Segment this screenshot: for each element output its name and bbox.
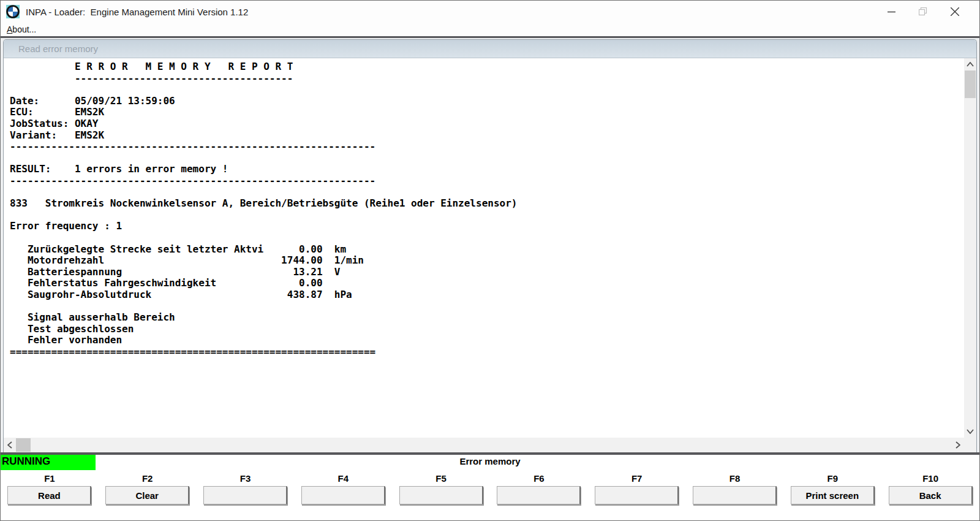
menu-about[interactable]: About...	[7, 25, 36, 34]
vertical-scrollbar-thumb[interactable]	[965, 70, 976, 98]
fkey-label-f5: F5	[392, 470, 490, 486]
f3-button[interactable]	[203, 486, 287, 504]
child-window: Read error memory E R R O R M E M O R Y …	[3, 39, 977, 452]
scroll-down-button[interactable]	[964, 425, 976, 438]
menu-about-rest: bout...	[12, 25, 36, 34]
app-window: INPA - Loader: Engine Management Mini Ve…	[0, 0, 980, 521]
horizontal-scrollbar-thumb[interactable]	[16, 438, 31, 452]
vertical-scrollbar[interactable]	[964, 58, 976, 438]
fkey-label-f8: F8	[686, 470, 784, 486]
scroll-right-button[interactable]	[952, 438, 964, 452]
fkey-label-f2: F2	[99, 470, 197, 486]
restore-icon	[919, 7, 927, 16]
f4-button[interactable]	[301, 486, 385, 504]
chevron-left-icon	[7, 441, 12, 449]
close-icon	[951, 7, 959, 16]
fkey-label-f1: F1	[1, 470, 99, 486]
read-button[interactable]: Read	[7, 486, 91, 504]
f6-button[interactable]	[497, 486, 581, 504]
mdi-client-area: Read error memory E R R O R M E M O R Y …	[1, 38, 979, 452]
f5-button[interactable]	[399, 486, 483, 504]
fkey-button-row: Read Clear Print screen Back	[1, 486, 979, 506]
clear-button[interactable]: Clear	[105, 486, 189, 504]
bottom-padding	[1, 506, 979, 520]
scrollbar-corner	[964, 438, 976, 452]
child-window-caption-text: Read error memory	[18, 44, 98, 54]
bmw-app-icon	[6, 5, 20, 18]
restore-button[interactable]	[907, 1, 939, 23]
print-screen-button[interactable]: Print screen	[791, 486, 875, 504]
error-memory-report-text: E R R O R M E M O R Y R E P O R T ------…	[4, 58, 964, 357]
titlebar: INPA - Loader: Engine Management Mini Ve…	[1, 1, 979, 23]
close-button[interactable]	[939, 1, 971, 23]
fkey-label-f7: F7	[588, 470, 686, 486]
child-window-caption: Read error memory	[4, 40, 976, 58]
window-title: INPA - Loader: Engine Management Mini Ve…	[26, 7, 875, 17]
back-button[interactable]: Back	[889, 486, 973, 504]
f7-button[interactable]	[595, 486, 679, 504]
menu-about-accesskey: A	[7, 25, 12, 34]
scroll-left-button[interactable]	[4, 438, 16, 452]
minimize-icon	[888, 8, 895, 16]
status-screen-title: Error memory	[1, 456, 979, 466]
chevron-right-icon	[956, 441, 960, 449]
fkey-label-f10: F10	[881, 470, 979, 486]
fkey-label-f3: F3	[197, 470, 295, 486]
fkey-label-f9: F9	[783, 470, 881, 486]
fkey-label-f6: F6	[490, 470, 588, 486]
fkey-label-row: F1 F2 F3 F4 F5 F6 F7 F8 F9 F10	[1, 470, 979, 486]
window-controls	[875, 1, 971, 23]
scroll-up-button[interactable]	[964, 58, 976, 70]
statusbar: RUNNING Error memory	[1, 455, 979, 470]
chevron-down-icon	[967, 429, 974, 434]
report-content: E R R O R M E M O R Y R E P O R T ------…	[4, 58, 964, 438]
chevron-up-icon	[967, 62, 974, 67]
minimize-button[interactable]	[875, 1, 907, 23]
horizontal-scrollbar[interactable]	[4, 438, 964, 452]
f8-button[interactable]	[693, 486, 777, 504]
menubar: About...	[1, 23, 979, 36]
fkey-label-f4: F4	[294, 470, 392, 486]
